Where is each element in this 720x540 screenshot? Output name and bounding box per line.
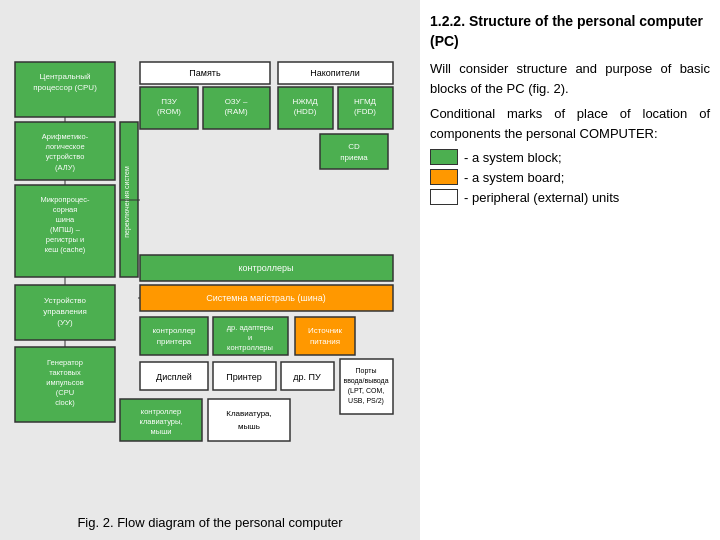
left-panel: Центральный процессор (CPU) Память Накоп… — [0, 0, 420, 540]
legend-color-green — [430, 149, 458, 165]
svg-text:сорная: сорная — [53, 205, 78, 214]
legend-color-white — [430, 189, 458, 205]
svg-text:Микропроцес-: Микропроцес- — [40, 195, 90, 204]
legend-label-orange: - a system board; — [464, 170, 564, 185]
svg-text:Дисплей: Дисплей — [156, 372, 192, 382]
svg-text:контроллер: контроллер — [152, 326, 196, 335]
svg-rect-52 — [295, 317, 355, 355]
svg-text:НЖМД: НЖМД — [292, 97, 318, 106]
svg-rect-45 — [140, 317, 208, 355]
svg-text:др. ПУ: др. ПУ — [293, 372, 321, 382]
svg-text:питания: питания — [310, 337, 340, 346]
svg-text:кеш (cache): кеш (cache) — [45, 245, 86, 254]
svg-text:USB, PS/2): USB, PS/2) — [348, 397, 384, 405]
svg-text:контроллеры: контроллеры — [227, 343, 273, 352]
svg-text:регистры и: регистры и — [46, 235, 84, 244]
svg-text:ПЗУ: ПЗУ — [161, 97, 177, 106]
svg-text:Арифметико-: Арифметико- — [42, 132, 89, 141]
svg-text:управления: управления — [43, 307, 87, 316]
svg-text:(CPU: (CPU — [56, 388, 74, 397]
section-heading: 1.2.2. Structure of the personal compute… — [430, 12, 710, 51]
svg-text:Центральный: Центральный — [40, 72, 91, 81]
svg-text:др. адаптеры: др. адаптеры — [227, 323, 274, 332]
fig-caption: Fig. 2. Flow diagram of the personal com… — [77, 515, 342, 530]
svg-text:(МПШ) –: (МПШ) – — [50, 225, 81, 234]
legend-item-orange: - a system board; — [430, 169, 710, 185]
svg-text:(АЛУ): (АЛУ) — [55, 163, 75, 172]
svg-text:клавиатуры,: клавиатуры, — [140, 417, 183, 426]
para1: Will consider structure and purpose of b… — [430, 59, 710, 98]
svg-text:приема: приема — [340, 153, 368, 162]
svg-text:шина: шина — [56, 215, 75, 224]
legend-label-green: - a system block; — [464, 150, 562, 165]
svg-text:(RAM): (RAM) — [224, 107, 247, 116]
legend-item-white: - peripheral (external) units — [430, 189, 710, 205]
svg-text:Устройство: Устройство — [44, 296, 86, 305]
svg-text:переключения систем: переключения систем — [123, 166, 131, 238]
svg-text:НГМД: НГМД — [354, 97, 377, 106]
svg-text:контроллеры: контроллеры — [239, 263, 294, 273]
svg-text:(LPT, COM,: (LPT, COM, — [348, 387, 385, 395]
svg-text:тактовых: тактовых — [49, 368, 81, 377]
svg-text:Генератор: Генератор — [47, 358, 83, 367]
svg-text:процессор (CPU): процессор (CPU) — [33, 83, 97, 92]
legend: - a system block; - a system board; - pe… — [430, 149, 710, 205]
svg-text:логическое: логическое — [45, 142, 84, 151]
diagram-svg: Центральный процессор (CPU) Память Накоп… — [10, 57, 410, 507]
svg-text:(HDD): (HDD) — [294, 107, 317, 116]
svg-text:(УУ): (УУ) — [57, 318, 73, 327]
svg-text:Порты: Порты — [356, 367, 377, 375]
right-panel: 1.2.2. Structure of the personal compute… — [420, 0, 720, 540]
svg-text:Источник: Источник — [308, 326, 343, 335]
svg-text:(ROM): (ROM) — [157, 107, 181, 116]
svg-text:Память: Память — [189, 68, 221, 78]
svg-text:устройство: устройство — [46, 152, 85, 161]
svg-text:Клавиатура,: Клавиатура, — [226, 409, 272, 418]
para2: Conditional marks of place of location o… — [430, 104, 710, 143]
svg-text:Принтер: Принтер — [226, 372, 262, 382]
svg-text:контроллер: контроллер — [141, 407, 181, 416]
svg-rect-76 — [208, 399, 290, 441]
svg-text:Системна магістраль (шина): Системна магістраль (шина) — [206, 293, 325, 303]
legend-item-green: - a system block; — [430, 149, 710, 165]
svg-text:Накопители: Накопители — [310, 68, 359, 78]
svg-text:ввода/вывода: ввода/вывода — [343, 377, 388, 385]
svg-text:и: и — [248, 333, 252, 342]
svg-text:ОЗУ –: ОЗУ – — [225, 97, 248, 106]
svg-text:CD: CD — [348, 142, 360, 151]
svg-text:clock): clock) — [55, 398, 75, 407]
svg-text:мышь: мышь — [238, 422, 260, 431]
legend-label-white: - peripheral (external) units — [464, 190, 619, 205]
svg-text:принтера: принтера — [157, 337, 192, 346]
svg-text:(FDD): (FDD) — [354, 107, 376, 116]
legend-color-orange — [430, 169, 458, 185]
svg-rect-20 — [320, 134, 388, 169]
svg-text:импульсов: импульсов — [46, 378, 83, 387]
svg-text:мыши: мыши — [151, 427, 172, 436]
